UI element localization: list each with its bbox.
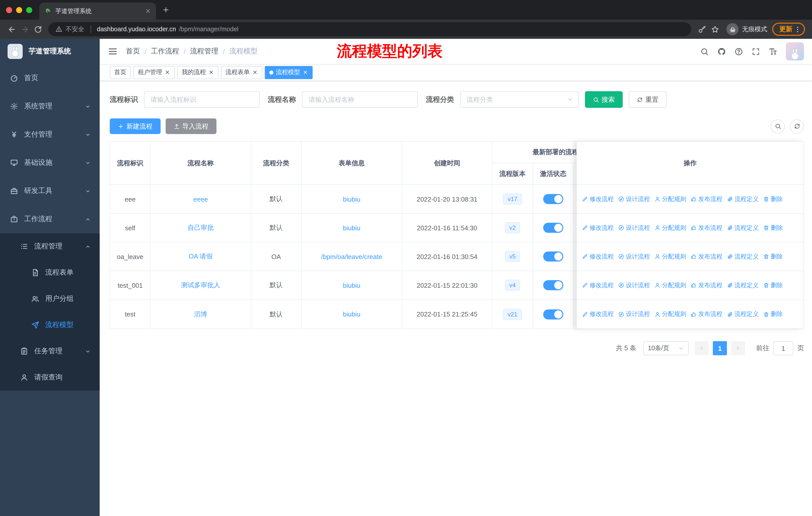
sidebar-item-home[interactable]: 首页 [0, 64, 100, 92]
form-link[interactable]: biubiu [343, 195, 360, 203]
sidebar-collapse-button[interactable] [108, 46, 118, 56]
refresh-table-button[interactable] [790, 119, 804, 133]
action-modify[interactable]: 修改流程 [582, 223, 614, 232]
minimize-window-button[interactable] [16, 7, 22, 13]
action-delete[interactable]: 删除 [763, 223, 783, 232]
github-icon[interactable] [717, 47, 726, 56]
sidebar-item-process-model[interactable]: 流程模型 [0, 312, 100, 338]
form-link[interactable]: /bpm/oa/leave/create [321, 253, 382, 260]
sidebar-item-payment[interactable]: 支付管理 [0, 120, 100, 148]
action-design[interactable]: 设计流程 [618, 223, 650, 232]
tag-process-model[interactable]: 流程模型 [265, 66, 313, 79]
bookmark-star-icon[interactable] [708, 23, 721, 36]
sidebar-item-workflow[interactable]: 工作流程 [0, 205, 100, 233]
tag-my-process[interactable]: 我的流程 [177, 66, 219, 79]
tag-tenant-management[interactable]: 租户管理 [134, 66, 175, 79]
fullscreen-icon[interactable] [752, 47, 760, 56]
status-toggle[interactable] [543, 194, 563, 204]
action-assign-rule[interactable]: 分配规则 [655, 252, 686, 261]
status-toggle[interactable] [543, 251, 563, 262]
action-design[interactable]: 设计流程 [618, 310, 650, 319]
back-button[interactable] [5, 23, 18, 36]
breadcrumb-item[interactable]: 工作流程 [151, 47, 179, 56]
status-toggle[interactable] [543, 280, 563, 290]
action-publish[interactable]: 发布流程 [691, 252, 722, 261]
sidebar-item-infrastructure[interactable]: 基础设施 [0, 148, 100, 177]
close-icon[interactable] [165, 70, 170, 75]
action-modify[interactable]: 修改流程 [582, 195, 614, 203]
tag-home[interactable]: 首页 [110, 66, 131, 79]
close-icon[interactable] [252, 70, 258, 75]
page-1-button[interactable]: 1 [713, 341, 727, 355]
browser-tab[interactable]: 芋道管理系统 [39, 2, 156, 20]
action-assign-rule[interactable]: 分配规则 [655, 281, 686, 290]
browser-menu-icon[interactable] [794, 25, 802, 33]
action-design[interactable]: 设计流程 [618, 195, 650, 203]
sidebar-item-task-management[interactable]: 任务管理 [0, 338, 100, 364]
action-modify[interactable]: 修改流程 [582, 252, 614, 261]
action-delete[interactable]: 删除 [763, 195, 783, 203]
process-name-link[interactable]: 自己审批 [187, 223, 214, 232]
action-definition[interactable]: 流程定义 [727, 310, 759, 319]
close-icon[interactable] [302, 70, 308, 75]
window-controls[interactable] [6, 7, 39, 13]
password-key-icon[interactable] [695, 23, 708, 36]
action-delete[interactable]: 删除 [763, 252, 783, 261]
forward-button[interactable] [18, 23, 31, 36]
action-design[interactable]: 设计流程 [618, 252, 650, 261]
sidebar-item-leave-query[interactable]: 请假查询 [0, 364, 100, 390]
action-definition[interactable]: 流程定义 [727, 223, 759, 232]
close-window-button[interactable] [6, 7, 12, 13]
category-select[interactable]: 流程分类 [460, 91, 579, 108]
action-design[interactable]: 设计流程 [618, 281, 650, 290]
process-name-link[interactable]: 滔博 [194, 310, 207, 319]
url-bar[interactable]: 不安全 dashboard.yudao.iocoder.cn/bpm/manag… [48, 22, 691, 36]
goto-page-input[interactable] [773, 341, 793, 355]
sidebar-item-user-group[interactable]: 用户分组 [0, 286, 100, 312]
action-definition[interactable]: 流程定义 [727, 195, 759, 203]
sidebar-item-system[interactable]: 系统管理 [0, 92, 100, 120]
page-size-select[interactable]: 10条/页 [643, 341, 689, 355]
action-delete[interactable]: 删除 [763, 310, 783, 319]
action-delete[interactable]: 删除 [763, 281, 783, 290]
action-definition[interactable]: 流程定义 [727, 281, 759, 290]
process-name-input[interactable] [302, 91, 418, 108]
process-name-link[interactable]: 测试多审批人 [181, 281, 220, 290]
browser-update-button[interactable]: 更新 [772, 23, 805, 36]
form-link[interactable]: biubiu [343, 224, 360, 232]
form-link[interactable]: biubiu [343, 281, 360, 289]
action-publish[interactable]: 发布流程 [691, 310, 722, 319]
process-name-link[interactable]: OA 请假 [188, 252, 212, 261]
breadcrumb-item[interactable]: 流程管理 [190, 47, 219, 56]
sidebar-item-devtools[interactable]: 研发工具 [0, 177, 100, 205]
action-modify[interactable]: 修改流程 [582, 310, 614, 319]
import-process-button[interactable]: 导入流程 [166, 118, 216, 134]
action-definition[interactable]: 流程定义 [727, 252, 759, 261]
action-assign-rule[interactable]: 分配规则 [655, 310, 686, 319]
status-toggle[interactable] [543, 309, 563, 319]
next-page-button[interactable] [731, 341, 745, 355]
breadcrumb-item[interactable]: 首页 [126, 47, 140, 56]
sidebar-item-process-form[interactable]: 流程表单 [0, 260, 100, 286]
action-publish[interactable]: 发布流程 [691, 223, 722, 232]
new-tab-button[interactable] [162, 6, 170, 13]
prev-page-button[interactable] [695, 341, 709, 355]
action-assign-rule[interactable]: 分配规则 [655, 223, 686, 232]
action-publish[interactable]: 发布流程 [691, 281, 722, 290]
reload-button[interactable] [31, 23, 44, 36]
form-link[interactable]: biubiu [343, 310, 360, 318]
show-search-button[interactable] [771, 119, 785, 133]
reset-button[interactable]: 重置 [629, 91, 667, 108]
help-icon[interactable] [734, 47, 743, 56]
action-assign-rule[interactable]: 分配规则 [655, 195, 686, 203]
tab-close-icon[interactable] [145, 8, 151, 14]
sidebar-item-process-management[interactable]: 流程管理 [0, 233, 100, 260]
action-modify[interactable]: 修改流程 [582, 281, 614, 290]
action-publish[interactable]: 发布流程 [691, 195, 722, 203]
process-name-link[interactable]: eeee [193, 195, 208, 203]
process-key-input[interactable] [144, 91, 260, 108]
create-process-button[interactable]: 新建流程 [110, 118, 161, 134]
font-size-icon[interactable] [769, 47, 777, 56]
status-toggle[interactable] [543, 223, 563, 233]
close-icon[interactable] [208, 70, 214, 75]
